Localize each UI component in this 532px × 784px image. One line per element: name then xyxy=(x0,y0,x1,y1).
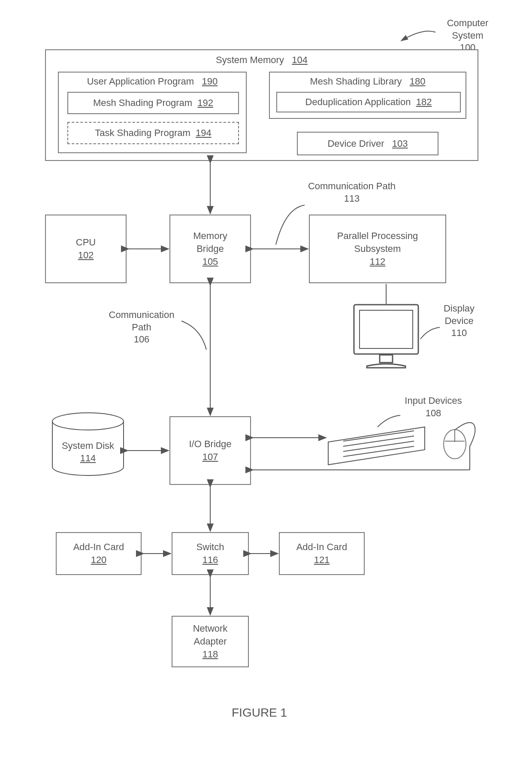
connectors-icon xyxy=(0,0,532,784)
